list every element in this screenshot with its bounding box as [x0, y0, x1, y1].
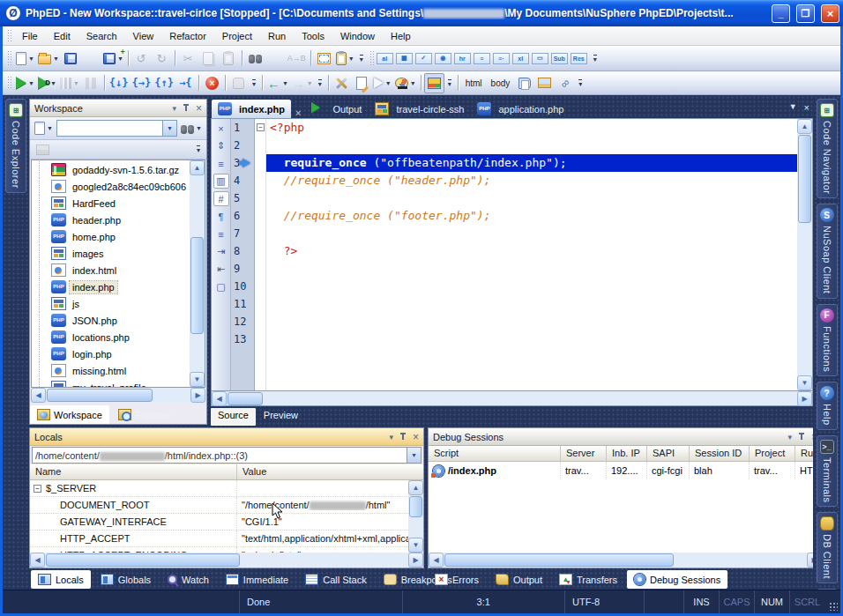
column-header-server[interactable]: Server	[561, 446, 607, 461]
column-header[interactable]: Name	[30, 464, 237, 479]
rail-tab-db-client[interactable]: DB Client	[817, 512, 838, 583]
rail-tab-functions[interactable]: FFunctions	[817, 304, 838, 376]
close-icon[interactable]: ×	[413, 432, 419, 442]
scroll-right-icon[interactable]: ▶	[797, 391, 812, 406]
rail-tab-code-navigator[interactable]: ⊞Code Navigator	[817, 99, 838, 198]
file-tree-item-JSON.php[interactable]: JSON.php	[32, 312, 190, 329]
scrollbar-thumb[interactable]	[46, 553, 240, 567]
pause-button[interactable]	[81, 73, 101, 93]
form-list-button[interactable]: ≡	[474, 53, 490, 64]
chevron-down-icon[interactable]: ▼	[117, 56, 123, 62]
cut-button[interactable]: ✂	[178, 48, 198, 69]
pin-icon[interactable]	[183, 103, 190, 113]
editor-tab-travel-circle-ssh[interactable]: travel-circle-ssh	[369, 100, 470, 118]
break-button[interactable]	[228, 73, 249, 93]
form-input-button[interactable]: xI	[512, 53, 529, 64]
new-doc-button[interactable]	[352, 73, 372, 93]
column-header-inbip[interactable]: Inb. IP	[607, 446, 647, 461]
column-header[interactable]: Value	[237, 464, 423, 479]
editor-tab-output[interactable]: Output	[305, 100, 368, 118]
file-tree-item-header.php[interactable]: header.php	[32, 212, 190, 228]
line-numbers-icon[interactable]: #	[213, 191, 229, 206]
file-tree-item-home.php[interactable]: home.php	[32, 228, 190, 245]
code-line-3[interactable]: require_once ("offbeatenpath/index.php")…	[266, 154, 797, 172]
file-tree-item-godaddy-svn-1.5.6.tar.gz[interactable]: godaddy-svn-1.5.6.tar.gz	[32, 161, 190, 178]
chevron-down-icon[interactable]: ▼	[73, 80, 79, 86]
chevron-down-icon[interactable]: ▼	[307, 80, 313, 86]
tab-list-chevron-icon[interactable]: ▼	[789, 102, 797, 113]
tab-locals[interactable]: Locals	[31, 570, 91, 589]
file-tree-item-js[interactable]: js	[32, 295, 190, 312]
workspace-find-button[interactable]: ▼	[179, 118, 204, 138]
editor-code-area[interactable]: <?php require_once ("offbeatenpath/index…	[266, 119, 797, 390]
scrollbar-thumb[interactable]	[409, 496, 422, 517]
step-over-button[interactable]: {→}	[131, 73, 153, 93]
scrollbar-thumb[interactable]	[444, 553, 674, 567]
rail-tab-help[interactable]: ?Help	[817, 382, 838, 430]
workspace-tab-explorer[interactable]: Explorer	[111, 405, 178, 424]
wrap-icon[interactable]: ≡	[213, 156, 229, 171]
code-line-5[interactable]	[266, 189, 797, 207]
form-reset-button[interactable]: Res	[571, 53, 587, 64]
scroll-left-icon[interactable]: ◀	[429, 553, 444, 568]
scroll-left-icon[interactable]: ◀	[212, 391, 227, 406]
open-file-button[interactable]: ▼	[36, 48, 61, 69]
close-icon[interactable]: ×	[213, 121, 229, 136]
new-project-item-button[interactable]: ▼	[33, 118, 55, 138]
file-tree-item-index.html[interactable]: index.html	[32, 262, 190, 278]
column-header-project[interactable]: Project	[750, 446, 795, 461]
indent-icon[interactable]: ⇥	[213, 244, 229, 259]
close-tab-icon[interactable]: ×	[804, 102, 809, 113]
scroll-up-icon[interactable]: ▲	[190, 160, 205, 175]
column-header-script[interactable]: Script	[429, 446, 561, 461]
chevron-down-icon[interactable]: ▼	[50, 80, 56, 86]
tab-output[interactable]: Output	[489, 570, 549, 589]
rail-tab-code-explorer[interactable]: ⊞Code Explorer	[5, 99, 26, 193]
run-debugger-button[interactable]: ▼	[36, 73, 58, 93]
combo-dropdown-button[interactable]: ▼	[162, 121, 176, 136]
chevron-down-icon[interactable]: ▼	[28, 80, 34, 86]
menu-item-project[interactable]: Project	[214, 29, 260, 43]
chevron-down-icon[interactable]: ▼	[385, 80, 392, 86]
form-radio-button[interactable]: ◉	[435, 53, 451, 64]
column-header-sessionid[interactable]: Session ID	[690, 446, 750, 461]
form-grid-button[interactable]: ▦	[396, 53, 413, 64]
toolbar-overflow-icon[interactable]: ▾	[252, 79, 256, 87]
pin-icon[interactable]	[399, 432, 407, 442]
file-tree-item-missing.html[interactable]: missing.html	[32, 362, 190, 379]
workspace-tab-workspace[interactable]: Workspace	[30, 405, 109, 424]
workspace-vertical-scrollbar[interactable]: ▲ ▼	[190, 160, 205, 387]
close-icon[interactable]: ×	[196, 103, 202, 114]
form-checkbox-button[interactable]: ✓	[415, 53, 432, 64]
paste-button[interactable]	[219, 48, 239, 69]
workspace-image-button[interactable]	[33, 139, 53, 160]
rail-tab-terminals[interactable]: >_Terminals	[817, 435, 838, 508]
scroll-left-icon[interactable]: ◀	[30, 553, 45, 568]
body-tag-button[interactable]: body	[487, 73, 515, 93]
colors-button[interactable]: ▼	[393, 73, 418, 93]
form-hr-button[interactable]: hr	[454, 53, 471, 64]
snippets-button[interactable]	[514, 73, 534, 93]
save-special-button[interactable]: +▼	[101, 48, 125, 69]
menu-item-tools[interactable]: Tools	[294, 29, 332, 43]
save-button[interactable]	[61, 48, 81, 69]
find-button[interactable]	[245, 48, 265, 69]
toolbar-overflow-icon[interactable]: ▾	[593, 55, 597, 63]
column-select-icon[interactable]: ▥	[213, 174, 229, 189]
chevron-down-icon[interactable]: ▾	[172, 104, 176, 113]
debug-session-row[interactable]: /index.phptrav...192....cgi-fcgiblahtrav…	[429, 462, 813, 479]
run-to-cursor-button[interactable]: →{	[175, 73, 196, 93]
copy-button[interactable]	[198, 48, 219, 69]
highlight-icon[interactable]: ≡	[213, 226, 229, 241]
scrollbar-thumb[interactable]	[190, 237, 204, 334]
tab-watch[interactable]: Watch	[160, 570, 216, 589]
column-header-sapi[interactable]: SAPI	[647, 446, 690, 461]
menu-item-refactor[interactable]: Refactor	[161, 29, 214, 43]
stack-context-select[interactable]: /home/content//html/index.php::(3) ▼	[32, 447, 422, 464]
file-tree-item-googled2a8c84ec09cb606[interactable]: googled2a8c84ec09cb606	[32, 178, 190, 195]
close-button[interactable]: ×	[821, 4, 839, 23]
form-label-button[interactable]: aI	[377, 53, 393, 64]
scrollbar-thumb[interactable]	[47, 389, 153, 402]
chevron-down-icon[interactable]: ▾	[389, 433, 393, 442]
chevron-down-icon[interactable]: ▼	[53, 56, 59, 62]
